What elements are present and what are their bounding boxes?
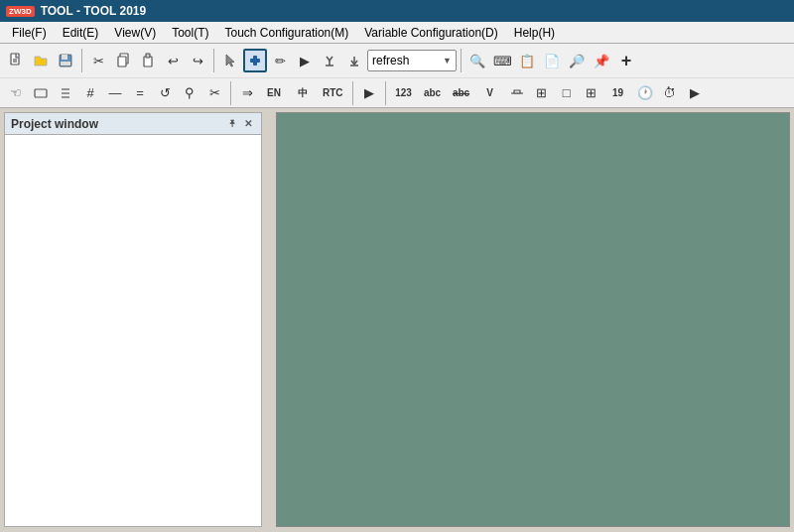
paste-button[interactable] (136, 49, 160, 72)
sep4 (230, 81, 231, 105)
app-logo: ZW3D (6, 6, 35, 17)
close-window-button[interactable]: ✕ (241, 117, 255, 131)
download-right[interactable] (342, 49, 366, 72)
redo-button[interactable]: ↪ (186, 49, 209, 72)
project-window-header: Project window 🖈 ✕ (5, 113, 261, 135)
square-tool[interactable]: □ (555, 81, 579, 105)
cut-button[interactable]: ✂ (86, 49, 110, 72)
svg-rect-4 (62, 55, 67, 60)
dropdown-arrow-icon: ▼ (443, 56, 452, 66)
dash-tool[interactable]: — (103, 81, 127, 105)
canvas-area (268, 112, 790, 527)
project-window-content (5, 135, 261, 526)
save-button[interactable] (54, 49, 77, 72)
menu-touch-config[interactable]: Touch Configuration(M) (217, 24, 357, 42)
project-window-controls: 🖈 ✕ (225, 117, 255, 131)
sep1 (81, 49, 82, 72)
toolbar-row-1: ✂ ↩ ↪ ✏ ▶ (0, 44, 794, 77)
sep6 (385, 81, 386, 105)
svg-rect-9 (146, 54, 150, 58)
open-button[interactable] (29, 49, 53, 72)
undo-button[interactable]: ↩ (161, 49, 185, 72)
clock-tool[interactable]: 🕐 (633, 81, 657, 105)
menu-variable-config[interactable]: Variable Configuration(D) (356, 24, 506, 42)
new-button[interactable] (4, 49, 28, 72)
copy2-button[interactable]: 📋 (515, 49, 539, 72)
toolbar-row-2: ☜ # — = ↺ ⚲ ✂ ⇒ EN 中 RTC ▶ 123 abc abc V (0, 77, 794, 107)
menu-tool[interactable]: Tool(T) (164, 24, 216, 42)
pin-button[interactable]: 📌 (590, 49, 613, 72)
toolbar-area: ✂ ↩ ↪ ✏ ▶ (0, 44, 794, 108)
cursor-tool[interactable] (243, 49, 267, 72)
svg-rect-16 (35, 89, 47, 97)
zoom-button[interactable]: 🔎 (565, 49, 589, 72)
title-text: TOOL - TOOL 2019 (41, 4, 146, 18)
arrow2-tool[interactable]: ⇒ (235, 81, 259, 105)
sep5 (352, 81, 353, 105)
v-button[interactable]: V (476, 81, 504, 105)
loop-tool[interactable]: ↺ (153, 81, 177, 105)
main-area: Project window 🖈 ✕ (0, 108, 794, 531)
hand-tool[interactable]: ☜ (4, 81, 28, 105)
cursor2-tool[interactable] (29, 81, 53, 105)
menu-edit[interactable]: Edit(E) (55, 24, 107, 42)
abc2-button[interactable]: abc (448, 81, 475, 105)
list-tool[interactable] (54, 81, 77, 105)
copy3-button[interactable]: 📄 (540, 49, 564, 72)
scissors-tool[interactable]: ✂ (202, 81, 226, 105)
sep3 (461, 49, 462, 72)
menu-bar: File(F) Edit(E) View(V) Tool(T) Touch Co… (0, 22, 794, 44)
en-button[interactable]: EN (260, 81, 288, 105)
title-bar: ZW3D TOOL - TOOL 2019 (0, 0, 794, 22)
123-button[interactable]: 123 (390, 81, 418, 105)
19-button[interactable]: 19 (604, 81, 632, 105)
clock2-tool[interactable]: ⏱ (658, 81, 682, 105)
svg-rect-11 (250, 59, 260, 63)
refresh-dropdown[interactable]: refresh ▼ (367, 50, 457, 71)
project-window: Project window 🖈 ✕ (4, 112, 262, 527)
tool-select[interactable] (218, 49, 242, 72)
project-window-title: Project window (11, 117, 98, 131)
equals-tool[interactable]: = (128, 81, 152, 105)
cn-button[interactable]: 中 (289, 81, 317, 105)
svg-rect-5 (61, 62, 70, 66)
right-chevron[interactable]: ▶ (357, 81, 381, 105)
pin-window-button[interactable]: 🖈 (225, 117, 239, 131)
align-tool[interactable]: ⊞ (530, 81, 554, 105)
refresh-value: refresh (372, 54, 409, 67)
arrow-right[interactable]: ▶ (293, 49, 317, 72)
search-button[interactable]: 🔍 (465, 49, 489, 72)
keyboard-button[interactable]: ⌨ (490, 49, 514, 72)
sep2 (213, 49, 214, 72)
search2-tool[interactable]: ⚲ (178, 81, 201, 105)
copy-button[interactable] (111, 49, 135, 72)
download-left[interactable] (318, 49, 341, 72)
more-right[interactable]: ▶ (683, 81, 707, 105)
menu-help[interactable]: Help(H) (506, 24, 563, 42)
menu-view[interactable]: View(V) (106, 24, 164, 42)
pencil-tool[interactable]: ✏ (268, 49, 292, 72)
abc-button[interactable]: abc (419, 81, 447, 105)
menu-file[interactable]: File(F) (4, 24, 55, 42)
strikethrough-tool[interactable] (505, 81, 529, 105)
add-button[interactable]: + (614, 49, 638, 72)
svg-rect-7 (118, 57, 126, 66)
grid-tool[interactable]: ⊞ (580, 81, 603, 105)
canvas[interactable] (276, 112, 790, 527)
rtc-button[interactable]: RTC (318, 81, 348, 105)
hash-tool[interactable]: # (78, 81, 102, 105)
